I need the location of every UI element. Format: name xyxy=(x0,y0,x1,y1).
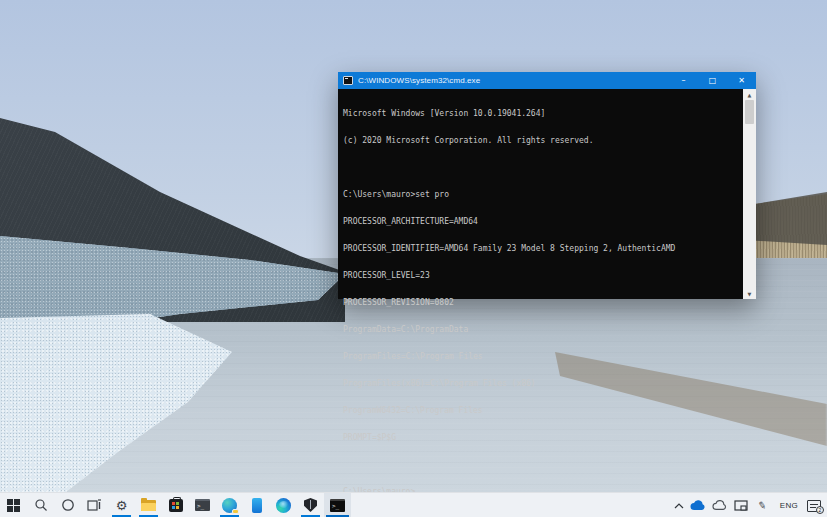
monitor-icon xyxy=(734,500,748,512)
console-line: (c) 2020 Microsoft Corporation. All righ… xyxy=(343,136,741,145)
cortana-icon xyxy=(61,498,75,512)
shield-icon xyxy=(304,498,317,512)
taskbar-item-settings[interactable]: ⚙ xyxy=(108,493,135,517)
console-line: PROCESSOR_LEVEL=23 xyxy=(343,271,741,280)
taskbar: ⚙ >_ >_ xyxy=(0,492,827,517)
console-line: PROMPT=$P$G xyxy=(343,433,741,442)
tray-windows-ink[interactable]: ✎ xyxy=(754,493,770,517)
console-line xyxy=(343,163,741,172)
screen: C:\WINDOWS\system32\cmd.exe – □ ✕ Micros… xyxy=(0,0,827,517)
console-output: Microsoft Windows [Version 10.0.19041.26… xyxy=(343,91,741,514)
taskbar-item-your-phone[interactable] xyxy=(243,493,270,517)
action-center-icon: 2 xyxy=(807,500,821,512)
taskbar-item-edge-dev[interactable] xyxy=(216,493,243,517)
minimize-button[interactable]: – xyxy=(669,72,698,89)
console-line: C:\Users\mauro>set pro xyxy=(343,190,741,199)
language-label: ENG xyxy=(777,501,801,510)
task-view-icon xyxy=(87,499,102,512)
window-title: C:\WINDOWS\system32\cmd.exe xyxy=(358,76,669,85)
cmd-window: C:\WINDOWS\system32\cmd.exe – □ ✕ Micros… xyxy=(338,72,756,299)
edge-dev-icon xyxy=(222,498,237,513)
folder-icon xyxy=(141,500,156,511)
taskbar-item-security[interactable] xyxy=(297,493,324,517)
tray-display-connect[interactable] xyxy=(734,493,748,517)
taskbar-item-command-prompt-pinned[interactable]: >_ xyxy=(189,493,216,517)
cmd-icon xyxy=(343,76,353,85)
command-prompt-window-icon: >_ xyxy=(330,499,345,512)
start-button[interactable] xyxy=(0,493,27,517)
gear-icon: ⚙ xyxy=(116,498,128,513)
tray-show-hidden-icons[interactable] xyxy=(674,493,684,517)
taskbar-item-cortana[interactable] xyxy=(54,493,81,517)
scroll-down-icon[interactable]: ▼ xyxy=(743,288,756,299)
taskbar-item-edge[interactable] xyxy=(270,493,297,517)
taskbar-item-file-explorer[interactable] xyxy=(135,493,162,517)
console-line: PROCESSOR_REVISION=0802 xyxy=(343,298,741,307)
scrollbar-thumb[interactable] xyxy=(745,100,754,124)
close-button[interactable]: ✕ xyxy=(727,72,756,89)
console-line: ProgramW6432=C:\Program Files xyxy=(343,406,741,415)
pen-icon: ✎ xyxy=(757,499,767,511)
console-line: ProgramFiles(x86)=C:\Program Files (x86) xyxy=(343,379,741,388)
tray-action-center[interactable]: 2 xyxy=(807,493,825,517)
console-line: ProgramData=C:\ProgramData xyxy=(343,325,741,334)
console-line xyxy=(343,460,741,469)
cloud-filled-icon xyxy=(690,500,706,511)
console-line: PROCESSOR_ARCHITECTURE=AMD64 xyxy=(343,217,741,226)
taskbar-item-command-prompt-active[interactable]: >_ xyxy=(324,493,351,517)
cmd-titlebar[interactable]: C:\WINDOWS\system32\cmd.exe – □ ✕ xyxy=(338,72,756,89)
notification-badge: 2 xyxy=(816,506,824,514)
store-bag-icon xyxy=(169,499,183,512)
console-line: PROCESSOR_IDENTIFIER=AMD64 Family 23 Mod… xyxy=(343,244,741,253)
tray-onedrive[interactable] xyxy=(690,493,706,517)
edge-icon xyxy=(276,498,291,513)
edge-dev-badge xyxy=(232,509,239,514)
search-icon xyxy=(34,498,48,512)
windows-logo-icon xyxy=(7,499,20,512)
maximize-button[interactable]: □ xyxy=(698,72,727,89)
console-line: ProgramFiles=C:\Program Files xyxy=(343,352,741,361)
console-scrollbar[interactable]: ▲ ▼ xyxy=(743,89,756,299)
tray-onedrive-personal[interactable] xyxy=(712,493,728,517)
taskbar-item-task-view[interactable] xyxy=(81,493,108,517)
cloud-outline-icon xyxy=(712,500,728,511)
command-prompt-icon: >_ xyxy=(195,499,210,511)
console-line: Microsoft Windows [Version 10.0.19041.26… xyxy=(343,109,741,118)
taskbar-item-search[interactable] xyxy=(27,493,54,517)
console-area[interactable]: Microsoft Windows [Version 10.0.19041.26… xyxy=(338,89,756,299)
chevron-up-icon xyxy=(674,502,684,510)
your-phone-icon xyxy=(252,498,262,513)
taskbar-items: ⚙ >_ >_ xyxy=(0,493,351,517)
taskbar-item-microsoft-store[interactable] xyxy=(162,493,189,517)
system-tray: ✎ ENG 2 xyxy=(674,493,825,517)
tray-language-indicator[interactable]: ENG xyxy=(777,493,801,517)
scroll-up-icon[interactable]: ▲ xyxy=(743,89,756,100)
